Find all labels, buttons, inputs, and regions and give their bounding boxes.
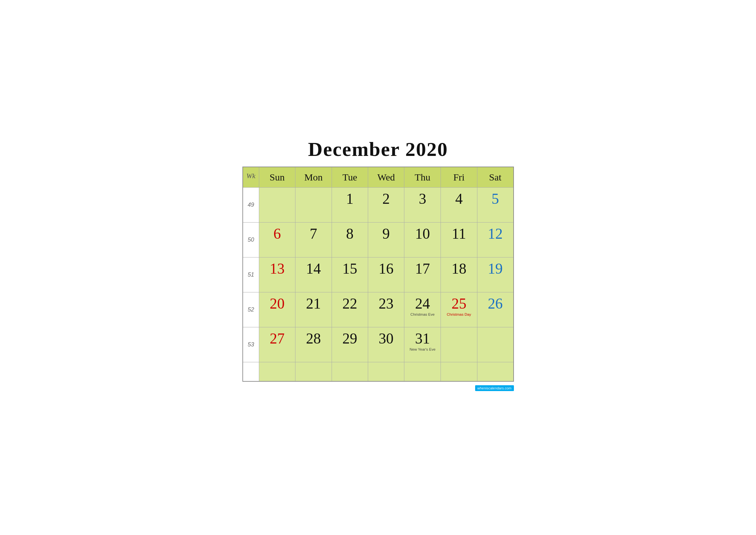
day-number: 30 — [371, 330, 402, 347]
day-cell: 4 — [441, 187, 477, 222]
week-row-52: 522021222324Christmas Eve25Christmas Day… — [243, 292, 514, 327]
wk-cell-53: 53 — [243, 327, 259, 362]
day-cell: 21 — [295, 292, 332, 327]
week-row-50: 506789101112 — [243, 222, 514, 257]
day-number: 1 — [335, 191, 365, 207]
day-cell: 9 — [368, 222, 404, 257]
extra-row — [243, 362, 514, 381]
day-cell — [441, 327, 477, 362]
calendar-wrapper: December 2020 Wk Sun Mon Tue Wed Thu Fri… — [233, 131, 524, 404]
calendar-title: December 2020 — [242, 138, 514, 161]
day-number: 2 — [371, 191, 402, 207]
day-cell: 24Christmas Eve — [404, 292, 441, 327]
day-number: 27 — [262, 330, 292, 347]
day-number: 13 — [262, 261, 292, 277]
day-number: 7 — [298, 226, 329, 242]
day-cell: 26 — [477, 292, 513, 327]
day-number: 9 — [371, 226, 402, 242]
holiday-label: Christmas Eve — [407, 312, 438, 317]
day-number: 31 — [407, 330, 438, 347]
extra-cell — [332, 362, 368, 381]
day-cell — [477, 327, 513, 362]
watermark-link[interactable]: wheniscalendars.com — [475, 385, 514, 391]
week-row-49: 4912345 — [243, 187, 514, 222]
day-number: 19 — [480, 261, 511, 277]
header-wed: Wed — [368, 167, 404, 187]
day-number: 25 — [444, 296, 474, 312]
day-cell: 14 — [295, 257, 332, 292]
week-row-53: 532728293031New Year's Eve — [243, 327, 514, 362]
week-row-51: 5113141516171819 — [243, 257, 514, 292]
day-number: 29 — [335, 330, 365, 347]
day-cell: 7 — [295, 222, 332, 257]
day-cell: 11 — [441, 222, 477, 257]
day-cell: 29 — [332, 327, 368, 362]
day-cell — [259, 187, 295, 222]
day-cell: 6 — [259, 222, 295, 257]
day-cell: 22 — [332, 292, 368, 327]
day-cell: 2 — [368, 187, 404, 222]
header-row: Wk Sun Mon Tue Wed Thu Fri Sat — [243, 167, 514, 187]
day-cell: 5 — [477, 187, 513, 222]
day-cell: 20 — [259, 292, 295, 327]
extra-cell — [368, 362, 404, 381]
day-number: 4 — [444, 191, 474, 207]
header-fri: Fri — [441, 167, 477, 187]
holiday-label: New Year's Eve — [407, 348, 438, 352]
day-cell: 12 — [477, 222, 513, 257]
day-cell: 13 — [259, 257, 295, 292]
holiday-label: Christmas Day — [444, 312, 474, 317]
day-number: 16 — [371, 261, 402, 277]
day-number: 15 — [335, 261, 365, 277]
day-cell: 23 — [368, 292, 404, 327]
day-number: 20 — [262, 296, 292, 312]
day-number: 5 — [480, 191, 511, 207]
day-cell — [295, 187, 332, 222]
day-cell: 27 — [259, 327, 295, 362]
day-number: 10 — [407, 226, 438, 242]
day-number: 8 — [335, 226, 365, 242]
day-cell: 10 — [404, 222, 441, 257]
header-thu: Thu — [404, 167, 441, 187]
day-cell: 8 — [332, 222, 368, 257]
extra-cell — [243, 362, 259, 381]
extra-cell — [477, 362, 513, 381]
header-mon: Mon — [295, 167, 332, 187]
wk-cell-52: 52 — [243, 292, 259, 327]
day-cell: 31New Year's Eve — [404, 327, 441, 362]
day-number: 26 — [480, 296, 511, 312]
day-cell: 15 — [332, 257, 368, 292]
day-number: 23 — [371, 296, 402, 312]
day-number: 22 — [335, 296, 365, 312]
day-cell: 19 — [477, 257, 513, 292]
day-number: 17 — [407, 261, 438, 277]
day-number: 6 — [262, 226, 292, 242]
day-cell: 18 — [441, 257, 477, 292]
day-cell: 25Christmas Day — [441, 292, 477, 327]
day-number: 14 — [298, 261, 329, 277]
day-number: 21 — [298, 296, 329, 312]
extra-cell — [259, 362, 295, 381]
header-sun: Sun — [259, 167, 295, 187]
extra-cell — [404, 362, 441, 381]
day-cell: 17 — [404, 257, 441, 292]
day-number: 12 — [480, 226, 511, 242]
day-cell: 28 — [295, 327, 332, 362]
day-number: 11 — [444, 226, 474, 242]
calendar-table: Wk Sun Mon Tue Wed Thu Fri Sat 491234550… — [242, 167, 514, 382]
wk-cell-50: 50 — [243, 222, 259, 257]
day-number: 18 — [444, 261, 474, 277]
day-number: 24 — [407, 296, 438, 312]
header-wk: Wk — [243, 167, 259, 187]
wk-cell-49: 49 — [243, 187, 259, 222]
day-cell: 1 — [332, 187, 368, 222]
day-cell: 30 — [368, 327, 404, 362]
header-tue: Tue — [332, 167, 368, 187]
watermark: wheniscalendars.com — [242, 385, 514, 391]
wk-cell-51: 51 — [243, 257, 259, 292]
extra-cell — [295, 362, 332, 381]
day-cell: 16 — [368, 257, 404, 292]
day-cell: 3 — [404, 187, 441, 222]
header-sat: Sat — [477, 167, 513, 187]
day-number: 28 — [298, 330, 329, 347]
